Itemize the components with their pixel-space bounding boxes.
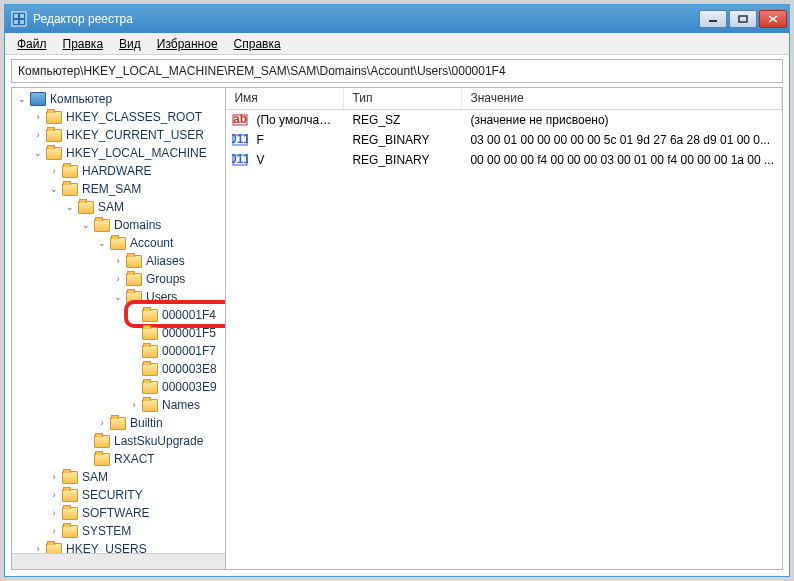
tree-node[interactable]: ›HKEY_CLASSES_ROOT xyxy=(12,108,225,126)
folder-icon xyxy=(142,309,158,322)
collapse-icon[interactable]: ⌄ xyxy=(48,183,60,195)
menu-edit[interactable]: Правка xyxy=(55,35,112,53)
expand-icon[interactable]: › xyxy=(128,399,140,411)
expand-icon[interactable]: › xyxy=(32,543,44,553)
cell-name: V xyxy=(248,153,344,167)
folder-icon xyxy=(142,399,158,412)
expand-icon[interactable]: › xyxy=(48,489,60,501)
tree-node-label: HKEY_LOCAL_MACHINE xyxy=(66,146,207,160)
tree-node-label: 000001F7 xyxy=(162,344,216,358)
tree-node[interactable]: ⌄Account xyxy=(12,234,225,252)
tree-node[interactable]: ⌄Domains xyxy=(12,216,225,234)
expand-icon[interactable]: › xyxy=(48,525,60,537)
spacer xyxy=(80,435,92,447)
list-body[interactable]: ab(По умолчанию)REG_SZ(значение не присв… xyxy=(226,110,782,569)
tree-node-label: HKEY_CLASSES_ROOT xyxy=(66,110,202,124)
tree-node-label: HKEY_USERS xyxy=(66,542,147,553)
tree-node[interactable]: ›SYSTEM xyxy=(12,522,225,540)
expand-icon[interactable]: › xyxy=(112,273,124,285)
tree-node-label: Account xyxy=(130,236,173,250)
collapse-icon[interactable]: ⌄ xyxy=(32,147,44,159)
tree-node[interactable]: ›Groups xyxy=(12,270,225,288)
collapse-icon[interactable]: ⌄ xyxy=(112,291,124,303)
folder-icon xyxy=(46,111,62,124)
tree-node-label: 000003E8 xyxy=(162,362,217,376)
spacer xyxy=(128,327,140,339)
cell-type: REG_BINARY xyxy=(344,153,462,167)
tree-node[interactable]: 000003E8 xyxy=(12,360,225,378)
tree-scrollbar-horizontal[interactable] xyxy=(12,553,225,569)
close-button[interactable] xyxy=(759,10,787,28)
tree-node[interactable]: ⌄Users xyxy=(12,288,225,306)
tree-node[interactable]: ›SAM xyxy=(12,468,225,486)
collapse-icon[interactable]: ⌄ xyxy=(64,201,76,213)
expand-icon[interactable]: › xyxy=(48,165,60,177)
col-header-value[interactable]: Значение xyxy=(462,88,782,109)
tree-node-label: Users xyxy=(146,290,177,304)
folder-icon xyxy=(78,201,94,214)
menu-view[interactable]: Вид xyxy=(111,35,149,53)
tree-node[interactable]: ›Builtin xyxy=(12,414,225,432)
value-row[interactable]: 011VREG_BINARY00 00 00 00 f4 00 00 00 03… xyxy=(226,150,782,170)
collapse-icon[interactable]: ⌄ xyxy=(16,93,28,105)
menu-help[interactable]: Справка xyxy=(226,35,289,53)
folder-icon xyxy=(110,237,126,250)
collapse-icon[interactable]: ⌄ xyxy=(96,237,108,249)
spacer xyxy=(128,345,140,357)
address-bar[interactable]: Компьютер\HKEY_LOCAL_MACHINE\REM_SAM\SAM… xyxy=(11,59,783,83)
binary-value-icon: 011 xyxy=(232,132,248,148)
value-row[interactable]: 011FREG_BINARY03 00 01 00 00 00 00 00 5c… xyxy=(226,130,782,150)
svg-text:ab: ab xyxy=(233,112,247,126)
tree-node[interactable]: 000001F7 xyxy=(12,342,225,360)
col-header-type[interactable]: Тип xyxy=(344,88,462,109)
tree-node[interactable]: ›HARDWARE xyxy=(12,162,225,180)
minimize-button[interactable] xyxy=(699,10,727,28)
cell-value: 03 00 01 00 00 00 00 00 5c 01 9d 27 6a 2… xyxy=(462,133,782,147)
tree-node[interactable]: RXACT xyxy=(12,450,225,468)
tree-node[interactable]: 000001F5 xyxy=(12,324,225,342)
tree-node[interactable]: ›Aliases xyxy=(12,252,225,270)
tree-node[interactable]: ›HKEY_CURRENT_USER xyxy=(12,126,225,144)
folder-icon xyxy=(110,417,126,430)
tree-node[interactable]: 000003E9 xyxy=(12,378,225,396)
folder-icon xyxy=(126,291,142,304)
tree-node[interactable]: ›SOFTWARE xyxy=(12,504,225,522)
tree-node[interactable]: 000001F4 xyxy=(12,306,225,324)
expand-icon[interactable]: › xyxy=(32,111,44,123)
list-header: Имя Тип Значение xyxy=(226,88,782,110)
tree-node[interactable]: ⌄SAM xyxy=(12,198,225,216)
tree-node[interactable]: LastSkuUpgrade xyxy=(12,432,225,450)
tree-node[interactable]: ⌄HKEY_LOCAL_MACHINE xyxy=(12,144,225,162)
tree-node[interactable]: ›Names xyxy=(12,396,225,414)
expand-icon[interactable]: › xyxy=(48,471,60,483)
registry-editor-window: Редактор реестра Файл Правка Вид Избранн… xyxy=(4,4,790,577)
maximize-button[interactable] xyxy=(729,10,757,28)
menu-favorites[interactable]: Избранное xyxy=(149,35,226,53)
tree-node[interactable]: ›SECURITY xyxy=(12,486,225,504)
col-header-name[interactable]: Имя xyxy=(226,88,344,109)
tree-node[interactable]: ⌄Компьютер xyxy=(12,90,225,108)
menu-file[interactable]: Файл xyxy=(9,35,55,53)
svg-text:011: 011 xyxy=(232,132,248,146)
titlebar[interactable]: Редактор реестра xyxy=(5,5,789,33)
tree-node-label: Aliases xyxy=(146,254,185,268)
expand-icon[interactable]: › xyxy=(48,507,60,519)
window-title: Редактор реестра xyxy=(33,12,699,26)
cell-type: REG_SZ xyxy=(344,113,462,127)
folder-icon xyxy=(94,435,110,448)
folder-icon xyxy=(94,453,110,466)
spacer xyxy=(128,309,140,321)
expand-icon[interactable]: › xyxy=(112,255,124,267)
tree-node[interactable]: ›HKEY_USERS xyxy=(12,540,225,553)
registry-tree[interactable]: ⌄Компьютер›HKEY_CLASSES_ROOT›HKEY_CURREN… xyxy=(12,88,225,553)
svg-rect-2 xyxy=(20,14,24,18)
collapse-icon[interactable]: ⌄ xyxy=(80,219,92,231)
expand-icon[interactable]: › xyxy=(32,129,44,141)
tree-node-label: 000001F5 xyxy=(162,326,216,340)
expand-icon[interactable]: › xyxy=(96,417,108,429)
folder-icon xyxy=(62,489,78,502)
value-row[interactable]: ab(По умолчанию)REG_SZ(значение не присв… xyxy=(226,110,782,130)
tree-node[interactable]: ⌄REM_SAM xyxy=(12,180,225,198)
folder-icon xyxy=(94,219,110,232)
tree-node-label: SAM xyxy=(82,470,108,484)
